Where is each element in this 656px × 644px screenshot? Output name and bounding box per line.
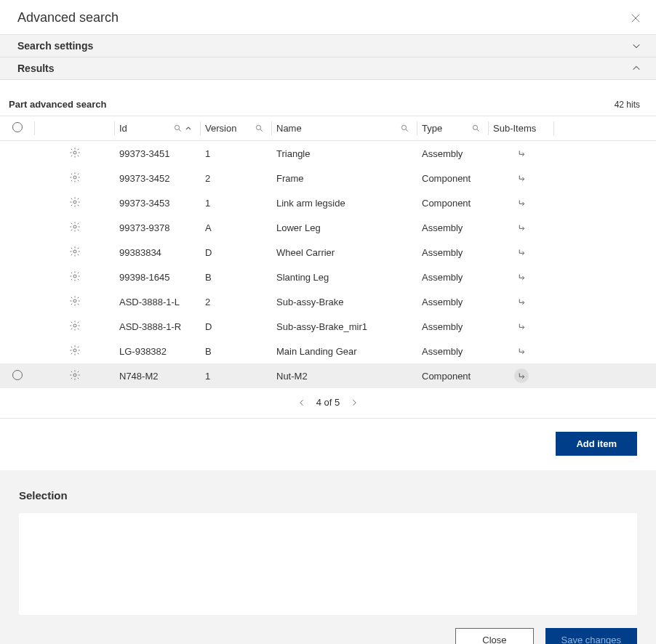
cell-name: Nut-M2 xyxy=(272,363,417,388)
cell-name: Triangle xyxy=(272,141,417,166)
gear-icon[interactable] xyxy=(69,270,81,282)
svg-point-18 xyxy=(73,349,76,352)
cell-type: Assembly xyxy=(417,289,489,314)
table-header-row: Id Version Name xyxy=(0,116,656,141)
subitem-open-icon[interactable] xyxy=(514,270,529,284)
svg-point-15 xyxy=(73,275,76,278)
cell-version: 1 xyxy=(201,363,272,388)
svg-point-19 xyxy=(73,374,76,377)
gear-icon[interactable] xyxy=(69,369,81,381)
accordion-label: Search settings xyxy=(17,40,93,52)
svg-point-6 xyxy=(401,125,406,129)
row-select-radio[interactable] xyxy=(12,370,23,380)
svg-point-12 xyxy=(73,201,76,204)
col-id-label: Id xyxy=(119,123,127,134)
subitem-open-icon[interactable] xyxy=(514,196,529,210)
cell-id: 99373-3451 xyxy=(115,141,201,166)
gear-icon[interactable] xyxy=(69,221,81,233)
search-icon[interactable] xyxy=(400,124,409,133)
accordion-results[interactable]: Results xyxy=(0,57,656,80)
chevron-up-icon xyxy=(631,63,641,73)
cell-name: Frame xyxy=(272,166,417,190)
cell-name: Sub-assy-Brake_mir1 xyxy=(272,314,417,339)
cell-type: Assembly xyxy=(417,215,489,240)
col-id[interactable]: Id xyxy=(115,116,201,141)
subitem-open-icon[interactable] xyxy=(514,369,529,383)
cell-version: 1 xyxy=(201,141,272,166)
cell-name: Main Landing Gear xyxy=(272,339,417,363)
cell-id: LG-938382 xyxy=(115,339,201,363)
col-name[interactable]: Name xyxy=(272,116,417,141)
subitem-open-icon[interactable] xyxy=(514,171,529,185)
close-button[interactable]: Close xyxy=(455,628,533,644)
gear-icon[interactable] xyxy=(69,345,81,356)
gear-icon[interactable] xyxy=(69,320,81,331)
add-item-button[interactable]: Add item xyxy=(556,432,637,456)
col-select[interactable] xyxy=(0,116,35,141)
cell-name: Wheel Carrier xyxy=(272,240,417,265)
table-row[interactable]: 99398-1645BSlanting LegAssembly xyxy=(0,265,656,289)
pager: 4 of 5 xyxy=(0,388,656,419)
table-row[interactable]: 99373-34522FrameComponent xyxy=(0,166,656,190)
subitem-open-icon[interactable] xyxy=(514,294,529,309)
svg-line-9 xyxy=(476,129,479,132)
table-row[interactable]: 99373-9378ALower LegAssembly xyxy=(0,215,656,240)
pager-prev[interactable] xyxy=(297,398,306,407)
subitem-open-icon[interactable] xyxy=(514,245,529,259)
pager-next[interactable] xyxy=(350,398,359,407)
table-row[interactable]: 99373-34531Link arm legsideComponent xyxy=(0,190,656,215)
gear-icon[interactable] xyxy=(69,172,81,183)
svg-point-8 xyxy=(473,125,477,129)
svg-point-14 xyxy=(73,250,76,253)
results-meta: Part advanced search 42 hits xyxy=(0,80,656,116)
cell-version: 2 xyxy=(201,289,272,314)
save-changes-button[interactable]: Save changes xyxy=(545,628,637,644)
cell-name: Sub-assy-Brake xyxy=(272,289,417,314)
table-row[interactable]: ASD-3888-1-RDSub-assy-Brake_mir1Assembly xyxy=(0,314,656,339)
subitem-open-icon[interactable] xyxy=(514,146,529,161)
sort-asc-icon[interactable] xyxy=(185,125,192,132)
accordion-label: Results xyxy=(17,63,55,74)
svg-point-11 xyxy=(73,176,76,179)
search-icon[interactable] xyxy=(255,124,263,133)
search-icon[interactable] xyxy=(471,124,480,133)
cell-version: A xyxy=(201,215,272,240)
cell-name: Lower Leg xyxy=(272,215,417,240)
table-row[interactable]: ASD-3888-1-L2Sub-assy-BrakeAssembly xyxy=(0,289,656,314)
accordion-search-settings[interactable]: Search settings xyxy=(0,34,656,57)
cell-version: D xyxy=(201,240,272,265)
select-all-radio[interactable] xyxy=(12,122,23,132)
cell-id: 99398-1645 xyxy=(115,265,201,289)
cell-version: 2 xyxy=(201,166,272,190)
search-icon[interactable] xyxy=(173,124,182,133)
col-version[interactable]: Version xyxy=(201,116,272,141)
svg-line-5 xyxy=(260,129,262,132)
col-spacer xyxy=(554,116,656,141)
svg-line-3 xyxy=(178,129,180,132)
table-row[interactable]: 99373-34511TriangleAssembly xyxy=(0,141,656,166)
subitem-open-icon[interactable] xyxy=(514,220,529,235)
col-subitems[interactable]: Sub-Items xyxy=(489,116,554,141)
results-hits: 42 hits xyxy=(615,100,640,110)
table-row[interactable]: 99383834DWheel CarrierAssembly xyxy=(0,240,656,265)
cell-type: Assembly xyxy=(417,240,489,265)
cell-type: Component xyxy=(417,166,489,190)
svg-line-7 xyxy=(405,129,407,132)
col-type[interactable]: Type xyxy=(417,116,489,141)
subitem-open-icon[interactable] xyxy=(514,344,529,358)
subitem-open-icon[interactable] xyxy=(514,319,529,334)
gear-icon[interactable] xyxy=(69,147,81,158)
cell-version: D xyxy=(201,314,272,339)
gear-icon[interactable] xyxy=(69,295,81,307)
cell-version: 1 xyxy=(201,190,272,215)
table-row[interactable]: N748-M21Nut-M2Component xyxy=(0,363,656,388)
cell-id: ASD-3888-1-L xyxy=(115,289,201,314)
gear-icon[interactable] xyxy=(69,246,81,257)
gear-icon[interactable] xyxy=(69,196,81,208)
cell-type: Assembly xyxy=(417,314,489,339)
table-row[interactable]: LG-938382BMain Landing GearAssembly xyxy=(0,339,656,363)
dialog-title-bar: Advanced search xyxy=(0,0,656,34)
dialog-footer: Close Save changes xyxy=(0,615,656,644)
close-icon[interactable] xyxy=(630,12,641,24)
cell-type: Component xyxy=(417,190,489,215)
